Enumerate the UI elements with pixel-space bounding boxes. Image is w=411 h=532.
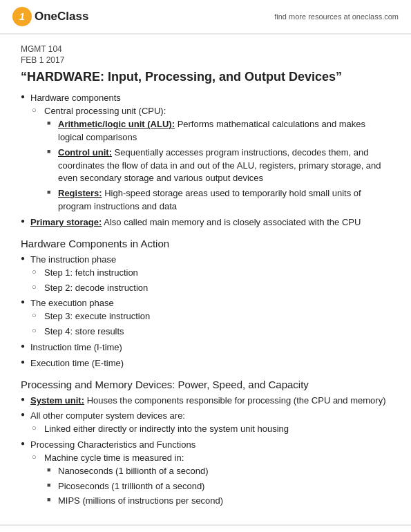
list-item: MIPS (millions of instructions per secon… <box>58 495 390 508</box>
course-code: MGMT 104 <box>21 44 390 54</box>
list-item: Step 1: fetch instruction <box>44 267 390 280</box>
page-header: 1 OneClass find more resources at onecla… <box>0 0 411 35</box>
item-text: Step 2: decode instruction <box>44 283 148 293</box>
list-item: Nanoseconds (1 billionth of a second) <box>58 465 390 478</box>
logo-text: OneClass <box>35 10 88 23</box>
list-item: Instruction time (I-time) <box>30 341 390 354</box>
execution-phase-list: Step 3: execute instruction Step 4: stor… <box>30 310 390 339</box>
machine-cycle-list: Nanoseconds (1 billionth of a second) Pi… <box>44 465 390 509</box>
item-text: Step 4: store results <box>44 326 124 336</box>
item-text: Machine cycle time is measured in: <box>44 453 184 463</box>
list-item: Step 2: decode instruction <box>44 282 390 295</box>
item-text: Step 1: fetch instruction <box>44 267 138 278</box>
list-item: The execution phase Step 3: execute inst… <box>30 297 390 339</box>
item-text: The instruction phase <box>30 254 116 265</box>
list-item: The instruction phase Step 1: fetch inst… <box>30 254 390 295</box>
main-content: MGMT 104 FEB 1 2017 “HARDWARE: Input, Pr… <box>0 35 411 532</box>
list-item: Execution time (E-time) <box>30 357 390 370</box>
logo-icon: 1 <box>12 7 32 26</box>
section-processing-list: System unit: Houses the components respo… <box>21 395 390 509</box>
instruction-phase-list: Step 1: fetch instruction Step 2: decode… <box>30 267 390 295</box>
page-title: “HARDWARE: Input, Processing, and Output… <box>21 69 390 85</box>
item-text: Central processing unit (CPU): <box>44 106 166 116</box>
list-item: Linked either directly or indirectly int… <box>44 423 390 436</box>
primary-storage-label: Primary storage: <box>30 217 102 227</box>
item-text: Step 3: execute instruction <box>44 311 150 321</box>
item-text: Nanoseconds (1 billionth of a second) <box>58 466 209 476</box>
primary-storage-desc: Also called main memory and is closely a… <box>104 217 361 227</box>
logo: 1 OneClass <box>12 7 88 26</box>
system-unit-label: System unit: <box>30 395 84 406</box>
list-item: All other computer system devices are: L… <box>30 410 390 436</box>
list-item: Central processing unit (CPU): Arithmeti… <box>44 105 390 213</box>
item-text: Processing Characteristics and Functions <box>30 439 195 450</box>
list-item: Primary storage: Also called main memory… <box>30 216 390 229</box>
cpu-sublist: Arithmetic/logic unit (ALU): Performs ma… <box>44 118 390 213</box>
list-item: Control unit: Sequentially accesses prog… <box>58 146 390 186</box>
cpu-list: Central processing unit (CPU): Arithmeti… <box>30 105 390 213</box>
item-text: Instruction time (I-time) <box>30 342 122 352</box>
list-item: Picoseconds (1 trillionth of a second) <box>58 480 390 493</box>
list-item: Step 4: store results <box>44 325 390 339</box>
list-item: Step 3: execute instruction <box>44 310 390 323</box>
item-text: The execution phase <box>30 298 114 308</box>
item-text: Hardware components <box>30 93 121 103</box>
header-link: find more resources at oneclass.com <box>274 12 399 21</box>
list-item: Machine cycle time is measured in: Nanos… <box>44 452 390 508</box>
processing-char-list: Machine cycle time is measured in: Nanos… <box>30 452 390 508</box>
list-item: Processing Characteristics and Functions… <box>30 439 390 508</box>
item-text: Picoseconds (1 trillionth of a second) <box>58 481 204 491</box>
alu-label: Arithmetic/logic unit (ALU): <box>58 119 175 129</box>
list-item: Registers: High-speed storage areas used… <box>58 187 390 213</box>
section-heading-processing: Processing and Memory Devices: Power, Sp… <box>21 379 390 390</box>
list-item: Arithmetic/logic unit (ALU): Performs ma… <box>58 118 390 144</box>
control-unit-label: Control unit: <box>58 147 112 158</box>
other-devices-list: Linked either directly or indirectly int… <box>30 423 390 436</box>
page-footer: 1 OneClass find more resources at onecla… <box>0 524 411 532</box>
registers-desc: High-speed storage areas used to tempora… <box>58 188 361 211</box>
section-hardware-components: Hardware components Central processing u… <box>21 92 390 229</box>
item-text: Execution time (E-time) <box>30 358 124 368</box>
item-text: Linked either directly or indirectly int… <box>44 424 289 434</box>
item-text: MIPS (millions of instructions per secon… <box>58 495 223 506</box>
date: FEB 1 2017 <box>21 55 390 65</box>
registers-label: Registers: <box>58 188 102 198</box>
item-text: All other computer system devices are: <box>30 410 185 421</box>
section-action-list: The instruction phase Step 1: fetch inst… <box>21 254 390 370</box>
section-heading-action: Hardware Components in Action <box>21 238 390 249</box>
list-item: Hardware components Central processing u… <box>30 92 390 213</box>
system-unit-desc: Houses the components responsible for pr… <box>87 395 386 406</box>
list-item: System unit: Houses the components respo… <box>30 395 390 408</box>
